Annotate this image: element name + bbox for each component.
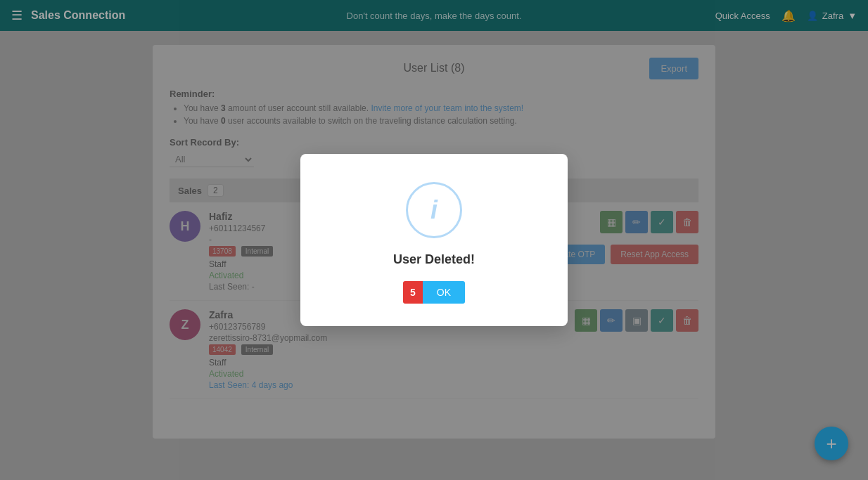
modal-number-badge: 5: [403, 281, 423, 304]
modal-ok-button[interactable]: OK: [423, 281, 465, 304]
modal-title: User Deleted!: [393, 252, 475, 267]
modal-overlay: i User Deleted! 5 OK: [0, 0, 868, 480]
modal-box: i User Deleted! 5 OK: [300, 154, 568, 326]
modal-ok-row: 5 OK: [403, 281, 465, 304]
modal-info-icon: i: [406, 182, 462, 238]
